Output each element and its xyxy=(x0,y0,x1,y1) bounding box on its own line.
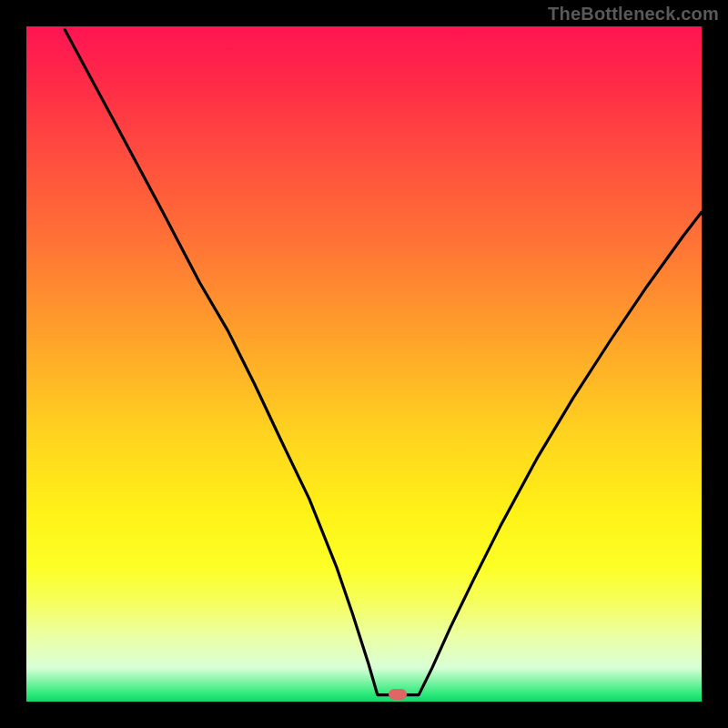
watermark-text: TheBottleneck.com xyxy=(548,4,719,25)
bottleneck-curve xyxy=(26,26,702,702)
plot-area xyxy=(26,26,702,702)
optimal-point-marker xyxy=(389,689,407,700)
bottleneck-curve-path xyxy=(65,30,702,695)
chart-frame: TheBottleneck.com xyxy=(0,0,728,728)
